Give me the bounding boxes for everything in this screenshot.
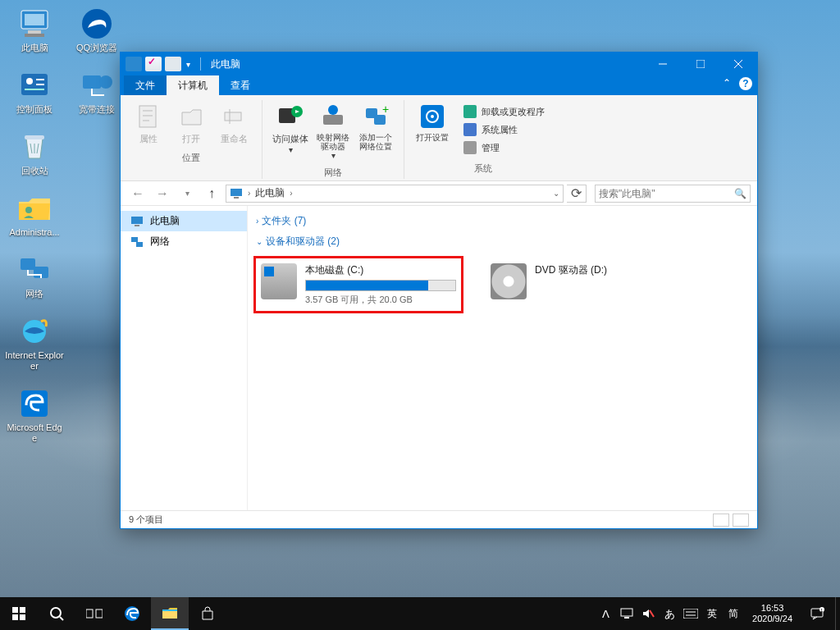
- svg-text:あ: あ: [664, 608, 675, 620]
- map-drive-icon: [320, 103, 346, 130]
- ribbon-add-network-location[interactable]: +添加一个网络位置: [356, 100, 395, 163]
- desktop: 此电脑 控制面板 回收站 Administra... 网络 Internet E…: [0, 0, 840, 630]
- refresh-button[interactable]: ⟳: [567, 185, 587, 203]
- show-desktop-button[interactable]: [835, 597, 840, 630]
- desktop-icon-edge[interactable]: Microsoft Edge: [5, 386, 64, 444]
- svg-rect-7: [36, 84, 44, 85]
- breadcrumb-dropdown[interactable]: ⌄: [553, 189, 559, 198]
- search-box[interactable]: 🔍: [595, 185, 751, 203]
- desktop-icon-control-panel[interactable]: 控制面板: [5, 68, 64, 115]
- taskbar-clock[interactable]: 16:53 2020/9/24: [746, 603, 799, 624]
- help-button[interactable]: ?: [739, 77, 752, 90]
- tab-file[interactable]: 文件: [124, 75, 167, 95]
- recycle-bin-icon: [17, 130, 52, 164]
- breadcrumb[interactable]: › 此电脑 › ⌄: [226, 185, 564, 203]
- svg-rect-52: [621, 609, 632, 616]
- tray-ime-mode[interactable]: 简: [726, 606, 741, 621]
- taskbar-store-button[interactable]: [189, 597, 226, 630]
- maximize-button[interactable]: [682, 52, 719, 75]
- search-icon[interactable]: 🔍: [734, 188, 746, 199]
- action-center-button[interactable]: 1: [799, 597, 835, 630]
- ribbon-rename[interactable]: 重命名: [214, 100, 253, 148]
- taskbar: ᐱ あ 英 简 16:53 2020/9/24 1: [0, 597, 840, 630]
- start-button[interactable]: [0, 597, 38, 630]
- desktop-icons-col2: QQ浏览器 宽带连接: [67, 7, 126, 115]
- ribbon-access-media[interactable]: 访问媒体▾: [271, 100, 310, 163]
- manage-icon: [463, 141, 477, 154]
- tray-volume-muted-icon[interactable]: [641, 606, 655, 621]
- nav-pane: 此电脑 网络: [121, 206, 248, 510]
- tray-keyboard-icon[interactable]: [683, 606, 698, 621]
- desktop-icon-admin-folder[interactable]: Administra...: [5, 191, 64, 238]
- control-panel-icon: [17, 68, 52, 103]
- ribbon-manage[interactable]: 管理: [460, 139, 548, 156]
- ribbon: 属性 打开 重命名 位置 访问媒体▾ 映射网络驱动器▾ +添加一个网络位置 网络…: [121, 95, 757, 181]
- nav-this-pc[interactable]: 此电脑: [121, 211, 247, 231]
- content-pane[interactable]: ›文件夹 (7) ⌄设备和驱动器 (2) 本地磁盘 (C:) 3.57 GB 可…: [248, 206, 757, 510]
- network-icon: [17, 253, 52, 287]
- tab-computer[interactable]: 计算机: [167, 75, 219, 95]
- view-icons-button[interactable]: [733, 514, 749, 527]
- group-devices[interactable]: ⌄设备和驱动器 (2): [256, 231, 749, 252]
- ribbon-open-settings[interactable]: 打开设置: [413, 100, 452, 159]
- close-button[interactable]: [719, 52, 757, 75]
- minimize-button[interactable]: [644, 52, 682, 75]
- open-icon: [178, 103, 204, 130]
- taskbar-taskview-button[interactable]: [75, 597, 113, 630]
- svg-rect-40: [136, 242, 143, 247]
- status-bar: 9 个项目: [121, 510, 757, 528]
- svg-point-5: [26, 78, 33, 84]
- svg-rect-27: [323, 115, 343, 125]
- desktop-icon-qq-browser[interactable]: QQ浏览器: [67, 7, 126, 53]
- explorer-window: ▾ 此电脑 文件 计算机 查看 ⌃ ? 属性 打开: [120, 52, 758, 529]
- settings-icon: [419, 103, 445, 130]
- desktop-icon-network[interactable]: 网络: [5, 253, 64, 299]
- ribbon-system-properties[interactable]: 系统属性: [460, 121, 548, 138]
- view-details-button[interactable]: [713, 514, 729, 527]
- drive-d[interactable]: DVD 驱动器 (D:): [486, 258, 691, 311]
- taskbar-explorer-button[interactable]: [151, 597, 189, 630]
- nav-network[interactable]: 网络: [121, 231, 247, 252]
- nav-forward-button[interactable]: →: [152, 183, 173, 204]
- search-input[interactable]: [599, 188, 734, 199]
- ribbon-map-drive[interactable]: 映射网络驱动器▾: [313, 100, 353, 163]
- desktop-icon-recycle-bin[interactable]: 回收站: [5, 130, 64, 176]
- tray-ime-icon[interactable]: あ: [662, 606, 677, 621]
- svg-line-46: [60, 617, 63, 620]
- group-folders[interactable]: ›文件夹 (7): [256, 211, 749, 231]
- nav-up-button[interactable]: ↑: [201, 183, 222, 204]
- system-tray: ᐱ あ 英 简: [593, 606, 746, 621]
- svg-rect-43: [12, 614, 18, 620]
- ribbon-open[interactable]: 打开: [171, 100, 211, 148]
- disk-icon: [261, 263, 297, 299]
- sysprops-icon: [463, 123, 477, 136]
- desktop-icon-broadband[interactable]: 宽带连接: [67, 68, 126, 115]
- desktop-icon-this-pc[interactable]: 此电脑: [5, 7, 64, 53]
- media-icon: [277, 103, 304, 130]
- nav-recent-button[interactable]: ▾: [176, 183, 198, 204]
- tab-view[interactable]: 查看: [219, 75, 262, 95]
- broadband-icon: [80, 68, 114, 103]
- svg-point-17: [99, 75, 112, 89]
- taskbar-edge-button[interactable]: [113, 597, 151, 630]
- pc-icon: [17, 7, 52, 41]
- ribbon-collapse-button[interactable]: ⌃: [723, 77, 731, 90]
- tray-overflow-button[interactable]: ᐱ: [598, 606, 613, 621]
- ribbon-properties[interactable]: 属性: [129, 100, 168, 148]
- svg-rect-22: [139, 106, 156, 127]
- svg-rect-30: [374, 115, 386, 125]
- dvd-icon: [491, 263, 527, 299]
- uninstall-icon: [463, 105, 477, 118]
- network-icon: [130, 235, 144, 249]
- taskbar-search-button[interactable]: [38, 597, 75, 630]
- tray-display-icon[interactable]: [619, 606, 634, 621]
- desktop-icon-ie[interactable]: Internet Explorer: [5, 314, 64, 372]
- svg-rect-42: [20, 607, 25, 613]
- folder-user-icon: [17, 191, 52, 226]
- rename-icon: [221, 103, 247, 130]
- drive-c[interactable]: 本地磁盘 (C:) 3.57 GB 可用，共 20.0 GB: [256, 258, 461, 311]
- titlebar[interactable]: ▾ 此电脑: [121, 52, 757, 75]
- nav-back-button[interactable]: ←: [127, 183, 148, 204]
- ribbon-uninstall-programs[interactable]: 卸载或更改程序: [460, 103, 548, 120]
- tray-ime-lang[interactable]: 英: [705, 606, 719, 621]
